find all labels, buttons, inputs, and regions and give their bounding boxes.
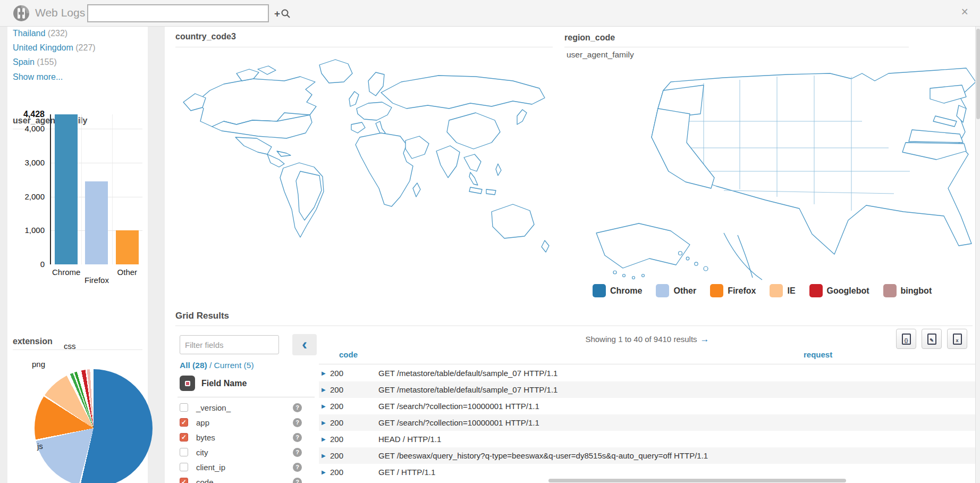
column-header-code[interactable]: code [339, 350, 358, 359]
country-japan[interactable] [517, 110, 527, 124]
row-expander-icon[interactable]: ▶ [322, 403, 326, 409]
field-checkbox[interactable]: ✓ [180, 478, 188, 483]
facet-link[interactable]: Spain (155) [13, 57, 57, 67]
export-xls-button[interactable]: x [947, 329, 967, 349]
help-icon[interactable]: ? [293, 418, 302, 427]
legend-item-bingbot[interactable]: bingbot [883, 284, 932, 297]
export-json-button[interactable]: {} [896, 329, 916, 349]
table-row[interactable]: ▶200GET / HTTP/1.1 [319, 464, 976, 480]
divider [178, 397, 315, 397]
legend-item-other[interactable]: Other [656, 284, 696, 297]
row-expander-icon[interactable]: ▶ [322, 469, 326, 475]
cell-request: GET /beeswax/query_history?q-type=beeswa… [378, 451, 708, 460]
country-alaska[interactable] [183, 94, 206, 111]
bar-chart[interactable]: ChromeFirefoxOther [50, 114, 141, 264]
help-icon[interactable]: ? [293, 463, 302, 472]
country-russia[interactable] [381, 76, 545, 109]
country-philippines[interactable] [496, 164, 501, 176]
collapse-panel-button[interactable]: ‹ [292, 334, 317, 355]
legend-item-chrome[interactable]: Chrome [593, 284, 642, 297]
pagination-status: Showing 1 to 40 of 9410 results→ [319, 334, 976, 345]
us-states-map[interactable] [564, 57, 980, 281]
legend-item-googlebot[interactable]: Googlebot [809, 284, 869, 297]
table-row[interactable]: ▶200GET /beeswax/query_history?q-type=be… [319, 447, 976, 464]
continent-africa[interactable] [356, 133, 413, 206]
filter-fields-input[interactable] [180, 335, 279, 354]
country-china[interactable] [447, 113, 500, 149]
table-row[interactable]: ▶200GET /metastore/table/default/sample_… [319, 381, 976, 398]
field-checkbox[interactable]: ✓ [180, 433, 188, 442]
cell-request: GET /metastore/table/default/sample_07 H… [378, 369, 557, 378]
field-row-bytes[interactable]: ✓bytes? [175, 430, 317, 445]
close-icon[interactable]: × [961, 6, 968, 18]
bar-other[interactable] [116, 230, 139, 264]
next-page-arrow-icon[interactable]: → [700, 334, 709, 344]
country-indonesia[interactable] [486, 189, 496, 195]
help-icon[interactable]: ? [293, 448, 302, 457]
column-header-request[interactable]: request [804, 350, 832, 359]
fields-panel: ‹ All (28) / Current (5) Field Name _ver… [175, 326, 319, 483]
legend-swatch [770, 284, 783, 297]
help-icon[interactable]: ? [293, 478, 302, 483]
search-input[interactable] [87, 4, 269, 22]
export-pen-button[interactable]: ✎ [922, 329, 942, 349]
country-spain[interactable] [351, 122, 365, 133]
row-expander-icon[interactable]: ▶ [322, 387, 326, 393]
help-icon[interactable]: ? [293, 433, 302, 442]
country-new-zealand[interactable] [542, 240, 549, 252]
field-row-city[interactable]: city? [175, 445, 317, 460]
field-checkbox[interactable]: ✓ [180, 418, 188, 427]
horizontal-scrollbar[interactable] [548, 479, 846, 482]
facet-link[interactable]: Thailand (232) [13, 29, 67, 38]
country-indonesia[interactable] [469, 187, 482, 194]
field-checkbox[interactable] [180, 448, 188, 456]
field-row-_version_[interactable]: _version_? [175, 400, 317, 415]
row-expander-icon[interactable]: ▶ [322, 370, 326, 376]
region-europe[interactable] [357, 102, 392, 120]
row-expander-icon[interactable]: ▶ [322, 420, 326, 426]
country-brazil[interactable] [296, 171, 322, 220]
toggle-all-fields-checkbox[interactable] [180, 376, 195, 391]
hue-logo-icon[interactable] [13, 5, 30, 22]
field-row-app[interactable]: ✓app? [175, 415, 317, 430]
country-madagascar[interactable] [413, 183, 420, 197]
country-australia[interactable] [492, 204, 534, 238]
table-row[interactable]: ▶200GET /metastore/table/default/sample_… [319, 365, 976, 381]
table-row[interactable]: ▶200GET /search/?collection=10000001 HTT… [319, 398, 976, 414]
hawaii-island [695, 262, 698, 265]
field-checkbox[interactable] [180, 463, 188, 471]
country-india[interactable] [436, 146, 460, 178]
country-greenland[interactable] [319, 60, 352, 83]
country-canada-arctic[interactable] [258, 66, 276, 74]
country-malaysia[interactable] [469, 172, 478, 185]
table-row[interactable]: ▶200HEAD / HTTP/1.1 [319, 431, 976, 447]
all-fields-link[interactable]: All (28) [180, 361, 207, 370]
current-fields-link[interactable]: Current (5) [214, 361, 254, 370]
table-row[interactable]: ▶200GET /search/?collection=10000001 HTT… [319, 414, 976, 431]
field-name-label: code [196, 478, 214, 483]
add-search-button[interactable]: + [274, 6, 295, 21]
help-icon[interactable]: ? [293, 403, 302, 412]
country-cuba[interactable] [277, 151, 291, 156]
scrollbar-handle[interactable] [976, 29, 980, 119]
bar-chrome[interactable] [55, 114, 78, 264]
country-saudi-arabia[interactable] [405, 136, 429, 159]
field-row-code[interactable]: ✓code? [175, 474, 317, 483]
country-uk[interactable] [349, 91, 359, 106]
country-mexico[interactable] [235, 137, 272, 154]
country-thailand[interactable] [464, 154, 481, 171]
field-row-client_ip[interactable]: client_ip? [175, 460, 317, 474]
cell-code: 200 [330, 418, 343, 427]
facet-link[interactable]: United Kingdom (227) [13, 43, 96, 53]
row-expander-icon[interactable]: ▶ [322, 453, 326, 459]
show-more-link[interactable]: Show more... [13, 72, 63, 82]
y-tick-label: 1,000 [24, 226, 45, 235]
field-checkbox[interactable] [180, 403, 188, 412]
row-expander-icon[interactable]: ▶ [322, 436, 326, 442]
legend-item-firefox[interactable]: Firefox [710, 284, 756, 297]
legend-item-ie[interactable]: IE [770, 284, 795, 297]
world-map[interactable] [173, 57, 558, 281]
pie-chart[interactable] [35, 369, 153, 483]
state-alaska[interactable] [596, 223, 690, 268]
bar-firefox[interactable] [85, 181, 108, 264]
